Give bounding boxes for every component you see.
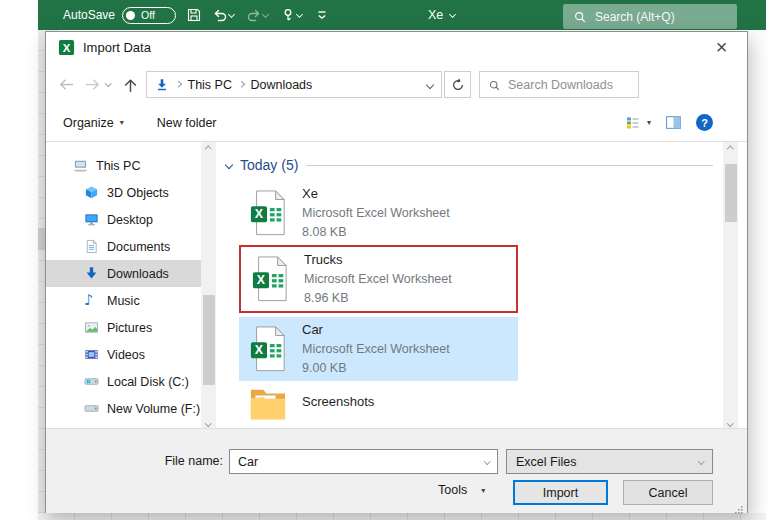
group-label: Today (5)	[240, 157, 298, 173]
filelist-scrollbar-thumb[interactable]	[725, 164, 737, 222]
redo-dropdown-icon[interactable]	[262, 10, 269, 17]
close-icon[interactable]: ×	[699, 32, 744, 62]
sidebar-scrollbar-thumb[interactable]	[203, 295, 215, 385]
file-name: Trucks	[304, 250, 452, 270]
file-type-dropdown-icon[interactable]	[698, 458, 704, 464]
cancel-button[interactable]: Cancel	[623, 480, 713, 505]
group-collapse-icon[interactable]	[225, 161, 233, 169]
title-dropdown-icon	[449, 10, 456, 17]
sidebar-scrollbar[interactable]	[201, 142, 216, 429]
file-type-value: Excel Files	[516, 455, 576, 469]
tools-button[interactable]: Tools ▾	[438, 483, 485, 497]
undo-dropdown-icon[interactable]	[228, 10, 235, 17]
screenshot-canvas: AutoSave Off	[0, 0, 780, 520]
recent-locations-icon[interactable]	[105, 80, 111, 86]
refresh-icon	[451, 78, 465, 92]
sidebar-item-music[interactable]: ♪ Music	[46, 287, 201, 314]
breadcrumb-chevron-icon[interactable]	[238, 81, 244, 87]
sidebar-item-new-volume-f[interactable]: New Volume (F:)	[46, 395, 201, 422]
breadcrumb-this-pc[interactable]: This PC	[188, 78, 232, 92]
breadcrumb-chevron-icon[interactable]	[175, 81, 181, 87]
document-title[interactable]: Xe	[428, 0, 457, 30]
customize-toolbar-icon[interactable]	[314, 7, 330, 23]
file-row-screenshots[interactable]: Screenshots	[239, 386, 518, 429]
forward-icon[interactable]	[84, 77, 101, 94]
touch-mode-dropdown-icon[interactable]	[296, 10, 303, 17]
file-row-trucks-red-highlight[interactable]: X Trucks Microsoft Excel Worksheet 8.96 …	[239, 245, 518, 313]
scroll-up-icon[interactable]	[723, 142, 738, 156]
dialog-toolbar: Organize ▾ New folder ▾ ?	[46, 104, 747, 141]
back-icon[interactable]	[58, 77, 75, 94]
dialog-footer: File name: Excel Files Tools ▾ Import Ca…	[46, 429, 747, 513]
downloads-folder-icon	[155, 78, 169, 92]
excel-app-icon: X	[58, 39, 75, 56]
import-button[interactable]: Import	[513, 480, 608, 505]
excel-grid-edge	[38, 513, 766, 520]
new-folder-button[interactable]: New folder	[157, 116, 217, 130]
excel-file-icon: X	[249, 326, 287, 372]
svg-text:X: X	[257, 273, 266, 287]
save-icon[interactable]	[186, 7, 202, 23]
file-name: Xe	[302, 184, 450, 204]
scroll-down-icon[interactable]	[201, 416, 216, 429]
file-name-combo[interactable]	[229, 449, 498, 474]
sidebar-item-this-pc[interactable]: This PC	[46, 152, 201, 179]
sidebar-item-downloads[interactable]: Downloads	[46, 260, 201, 287]
dialog-titlebar: X Import Data ×	[46, 32, 747, 63]
tools-dropdown-icon: ▾	[481, 486, 485, 495]
excel-file-icon: X	[251, 256, 289, 302]
file-group-header[interactable]: Today (5)	[226, 155, 713, 175]
address-dropdown-icon[interactable]	[426, 80, 434, 88]
excel-search-input[interactable]	[595, 10, 715, 24]
svg-text:X: X	[255, 343, 264, 357]
help-icon[interactable]: ?	[696, 114, 713, 131]
views-button[interactable]: ▾	[625, 115, 651, 131]
file-name: Car	[302, 320, 450, 340]
refresh-button[interactable]	[444, 71, 471, 98]
undo-icon[interactable]	[212, 7, 228, 23]
preview-pane-icon[interactable]	[665, 114, 682, 131]
file-name-input[interactable]	[238, 455, 485, 469]
picture-icon	[84, 320, 99, 335]
filelist-scrollbar[interactable]	[723, 142, 738, 429]
touch-mode-icon[interactable]	[280, 7, 296, 23]
file-type: Microsoft Excel Worksheet	[304, 270, 452, 289]
file-size: 8.96 KB	[304, 289, 452, 308]
sidebar-item-3d-objects[interactable]: 3D Objects	[46, 179, 201, 206]
up-icon[interactable]	[122, 77, 139, 94]
file-type: Microsoft Excel Worksheet	[302, 340, 450, 359]
views-icon	[625, 115, 641, 131]
resize-grip[interactable]	[734, 501, 744, 511]
file-size: 9.00 KB	[302, 359, 450, 378]
dialog-body: This PC 3D Objects Desktop Documents Dow…	[46, 141, 747, 429]
autosave-toggle[interactable]: AutoSave Off	[63, 7, 176, 24]
scroll-up-icon[interactable]	[201, 142, 216, 156]
sidebar-item-local-disk-c[interactable]: Local Disk (C:)	[46, 368, 201, 395]
music-icon: ♪	[84, 293, 99, 308]
sidebar-item-desktop[interactable]: Desktop	[46, 206, 201, 233]
sidebar-item-pictures[interactable]: Pictures	[46, 314, 201, 341]
sidebar-item-videos[interactable]: Videos	[46, 341, 201, 368]
file-name-dropdown-icon[interactable]	[484, 458, 490, 464]
sidebar-item-documents[interactable]: Documents	[46, 233, 201, 260]
redo-icon[interactable]	[246, 7, 262, 23]
file-type-combo[interactable]: Excel Files	[506, 449, 713, 474]
disk-icon	[84, 401, 99, 416]
autosave-state: Off	[141, 9, 155, 21]
organize-button[interactable]: Organize ▾	[63, 116, 124, 130]
autosave-toggle-pill[interactable]: Off	[122, 7, 176, 24]
breadcrumb-downloads[interactable]: Downloads	[250, 78, 312, 92]
svg-text:X: X	[255, 207, 264, 221]
file-name-label: File name:	[106, 454, 223, 468]
sidebar-item-new-volume-g[interactable]: New Volume (G:)	[46, 422, 201, 429]
address-bar[interactable]: This PC Downloads	[146, 71, 442, 98]
folder-icon	[249, 386, 287, 426]
import-data-dialog: X Import Data × This PC	[45, 31, 748, 513]
file-row-xe[interactable]: X Xe Microsoft Excel Worksheet 8.08 KB	[239, 182, 518, 244]
excel-search-box[interactable]	[563, 4, 737, 29]
excel-titlebar: AutoSave Off	[38, 0, 766, 30]
file-row-car-selected[interactable]: X Car Microsoft Excel Worksheet 9.00 KB	[239, 317, 518, 381]
scroll-down-icon[interactable]	[723, 416, 738, 429]
dialog-search-input[interactable]	[508, 78, 623, 92]
dialog-search-box[interactable]	[479, 71, 639, 98]
